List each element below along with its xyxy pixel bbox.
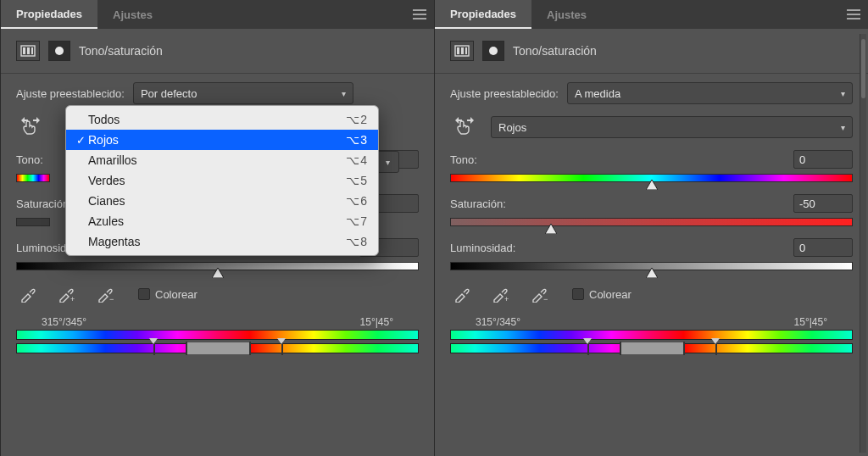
dropdown-item-shortcut: ⌥4 [346, 153, 368, 167]
layer-mask-icon [48, 41, 70, 61]
eyedropper-row: + − Colorear [450, 282, 853, 306]
saturation-label: Saturación: [450, 197, 506, 210]
color-range-strip-group: 315°/345° 15°|45° [450, 316, 853, 353]
tab-properties-label: Propiedades [450, 8, 516, 20]
check-icon: ✓ [73, 134, 88, 147]
luminosity-track[interactable] [16, 262, 419, 270]
range-strip-top[interactable] [450, 330, 853, 340]
luminosity-slider-group: Luminosidad: 0 [450, 238, 853, 270]
targeted-adjust-icon[interactable] [16, 114, 45, 140]
eyedropper-add-icon[interactable]: + [55, 282, 79, 306]
color-range-row: Rojos ▾ [450, 114, 853, 140]
chevron-down-icon: ▾ [386, 158, 390, 167]
preset-select-value: Por defecto [141, 87, 198, 100]
panel-menu-icon[interactable] [405, 0, 434, 29]
saturation-track[interactable] [450, 218, 853, 226]
panel-right: Propiedades Ajustes Tono/saturación Ajus… [434, 0, 868, 456]
panel-left: Propiedades Ajustes Tono/saturación Ajus… [0, 0, 434, 456]
panel-menu-icon[interactable] [839, 0, 868, 29]
range-strip-top[interactable] [16, 330, 419, 340]
range-label-right: 15°|45° [360, 316, 393, 328]
range-strip-bottom[interactable] [16, 343, 419, 353]
tab-adjustments[interactable]: Ajustes [97, 0, 168, 29]
svg-rect-18 [457, 47, 459, 54]
colorize-checkbox[interactable]: Colorear [138, 288, 198, 301]
eyedropper-icon[interactable] [16, 282, 40, 306]
range-degree-labels: 315°/345° 15°|45° [16, 316, 419, 330]
tab-adjustments-label: Ajustes [113, 8, 153, 21]
svg-marker-23 [467, 117, 474, 124]
dropdown-item-shortcut: ⌥7 [346, 214, 368, 228]
layer-mask-icon [482, 41, 504, 61]
preset-label: Ajuste preestablecido: [16, 87, 125, 100]
color-range-dropdown: Todos⌥2✓Rojos⌥3Amarillos⌥4Verdes⌥5Cianes… [65, 105, 379, 256]
adjustment-title: Tono/saturación [513, 44, 597, 58]
color-range-select-edge[interactable]: ▾ [376, 151, 399, 173]
preset-label: Ajuste preestablecido: [450, 87, 559, 100]
tab-bar: Propiedades Ajustes [435, 0, 868, 29]
dropdown-item-cianes[interactable]: Cianes⌥6 [66, 191, 378, 211]
tab-adjustments[interactable]: Ajustes [531, 0, 602, 29]
chevron-down-icon: ▾ [841, 123, 845, 132]
dropdown-item-azules[interactable]: Azules⌥7 [66, 211, 378, 231]
dropdown-item-shortcut: ⌥5 [346, 174, 368, 187]
color-range-select[interactable]: Rojos ▾ [491, 116, 853, 138]
svg-marker-24 [646, 180, 658, 190]
eyedropper-subtract-icon[interactable]: − [94, 282, 118, 306]
eyedropper-subtract-icon[interactable]: − [528, 282, 552, 306]
luminosity-value[interactable]: 0 [793, 238, 853, 257]
eyedropper-icon[interactable] [450, 282, 474, 306]
svg-rect-6 [31, 47, 33, 54]
tab-properties[interactable]: Propiedades [435, 0, 531, 29]
chevron-down-icon: ▾ [841, 89, 845, 98]
dropdown-item-label: Amarillos [88, 153, 346, 167]
colorize-label: Colorear [589, 288, 632, 301]
svg-rect-19 [461, 47, 464, 54]
svg-text:−: − [109, 295, 114, 303]
dropdown-item-shortcut: ⌥2 [346, 113, 368, 126]
luminosity-label: Luminosidad: [450, 242, 515, 254]
svg-marker-8 [21, 117, 28, 124]
dropdown-item-label: Verdes [88, 174, 346, 187]
panel-body-right: Ajuste preestablecido: A medida ▾ Rojos … [435, 73, 868, 353]
preset-select[interactable]: A medida ▾ [567, 82, 853, 104]
targeted-adjust-icon[interactable] [450, 114, 479, 140]
saturation-track[interactable] [16, 218, 50, 226]
tab-properties[interactable]: Propiedades [1, 0, 97, 29]
hue-track[interactable] [450, 174, 853, 182]
preset-select[interactable]: Por defecto ▾ [133, 82, 353, 104]
slider-thumb-icon[interactable] [646, 268, 658, 278]
svg-rect-4 [23, 47, 25, 54]
hue-track[interactable] [16, 174, 50, 182]
hue-value[interactable]: 0 [793, 150, 853, 169]
svg-marker-25 [545, 224, 557, 234]
dropdown-item-rojos[interactable]: ✓Rojos⌥3 [66, 130, 378, 150]
hue-sat-icon [450, 41, 474, 61]
scrollbar-handle[interactable] [861, 39, 865, 98]
saturation-slider-group: Saturación: -50 [450, 194, 853, 226]
dropdown-item-shortcut: ⌥6 [346, 194, 368, 208]
color-range-strip-group: 315°/345° 15°|45° [16, 316, 419, 353]
svg-marker-9 [33, 117, 40, 124]
dropdown-item-todos[interactable]: Todos⌥2 [66, 109, 378, 130]
slider-thumb-icon[interactable] [545, 224, 557, 234]
hue-sat-icon [16, 41, 40, 61]
dropdown-item-label: Rojos [88, 133, 346, 147]
dropdown-item-verdes[interactable]: Verdes⌥5 [66, 170, 378, 191]
range-degree-labels: 315°/345° 15°|45° [450, 316, 853, 330]
vertical-scrollbar[interactable] [860, 34, 866, 453]
dropdown-item-magentas[interactable]: Magentas⌥8 [66, 231, 378, 252]
svg-rect-5 [27, 47, 30, 54]
dropdown-item-label: Azules [88, 214, 346, 228]
luminosity-track[interactable] [450, 262, 853, 270]
eyedropper-add-icon[interactable]: + [489, 282, 513, 306]
range-strip-bottom[interactable] [450, 343, 853, 353]
saturation-value[interactable]: -50 [793, 194, 853, 213]
tab-adjustments-label: Ajustes [547, 8, 587, 21]
colorize-checkbox[interactable]: Colorear [572, 288, 632, 301]
slider-thumb-icon[interactable] [646, 180, 658, 190]
dropdown-item-amarillos[interactable]: Amarillos⌥4 [66, 150, 378, 170]
slider-thumb-icon[interactable] [212, 268, 224, 278]
svg-point-21 [489, 47, 498, 55]
preset-row: Ajuste preestablecido: A medida ▾ [450, 82, 853, 104]
